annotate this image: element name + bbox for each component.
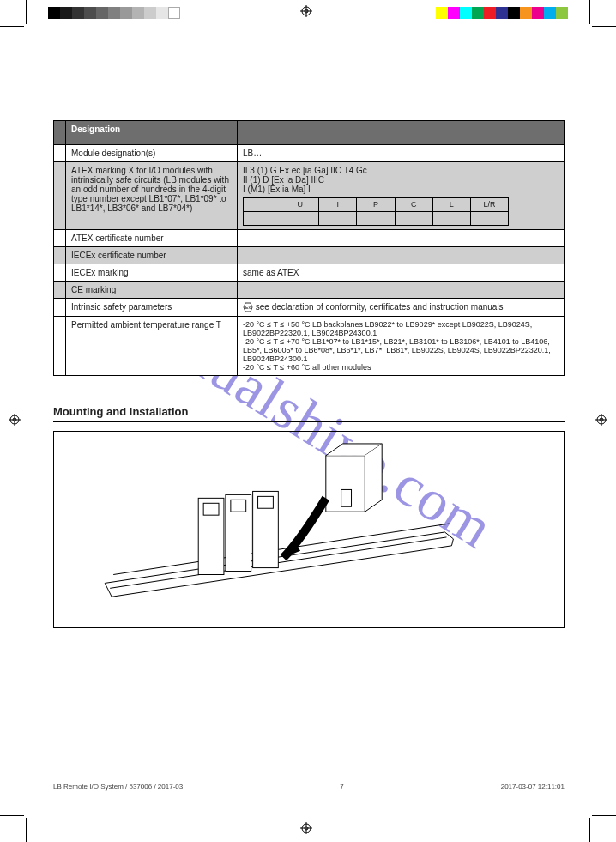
cell-stub <box>54 230 66 247</box>
spec-table: Designation Module designation(s) LB… AT… <box>53 120 565 376</box>
inner-th: L/R <box>470 198 508 212</box>
footer-left: LB Remote I/O System / 537006 / 2017-03 <box>53 783 183 791</box>
page-content: Designation Module designation(s) LB… AT… <box>53 120 565 628</box>
inner-cell <box>432 212 470 226</box>
inner-th: I <box>319 198 357 212</box>
inner-cell <box>281 212 319 226</box>
crop-mark <box>0 815 24 816</box>
cell-label: ATEX certificate number <box>66 230 238 247</box>
crop-mark <box>26 818 27 842</box>
inner-cell <box>319 212 357 226</box>
cell-label: Module designation(s) <box>66 145 238 162</box>
crop-mark <box>0 26 24 27</box>
inner-th: L <box>432 198 470 212</box>
svg-rect-20 <box>253 492 279 568</box>
footer-timestamp: 2017-03-07 12:11:01 <box>501 783 565 791</box>
mounting-figure <box>53 431 565 628</box>
svg-rect-19 <box>226 495 251 572</box>
cell-label: CE marking <box>66 282 238 299</box>
inner-cell <box>244 212 281 226</box>
cell-label: IECEx certificate number <box>66 247 238 264</box>
cell-label: ATEX marking X for I/O modules with intr… <box>66 162 238 230</box>
svg-rect-18 <box>198 499 224 575</box>
table-row: IECEx marking same as ATEX <box>54 264 565 282</box>
cell-stub <box>54 282 66 299</box>
cell-value: II 3 (1) G Ex ec [ia Ga] IIC T4 Gc II (1… <box>238 162 565 230</box>
table-row: Permitted ambient temperature range T -2… <box>54 317 565 376</box>
th-value <box>238 121 565 145</box>
page-number: 7 <box>340 783 343 791</box>
marking-text: II 3 (1) G Ex ec [ia Ga] IIC T4 Gc II (1… <box>243 166 559 194</box>
registration-mark-bottom <box>300 822 312 834</box>
table-row: CE marking <box>54 282 565 299</box>
cell-value <box>238 247 565 264</box>
inner-th: P <box>357 198 395 212</box>
section-title: Mounting and installation <box>53 405 565 422</box>
grayscale-bar <box>48 7 180 19</box>
inner-cell <box>395 212 432 226</box>
cell-label: Intrinsic safety parameters <box>66 299 238 317</box>
crop-mark <box>589 0 590 24</box>
cell-stub <box>54 162 66 230</box>
crop-mark <box>26 0 27 24</box>
ex-hexagon-icon: Ex <box>243 302 253 312</box>
table-row: Module designation(s) LB… <box>54 145 565 162</box>
registration-mark-right <box>595 414 607 426</box>
cell-value: -20 °C ≤ T ≤ +50 °C LB backplanes LB9022… <box>238 317 565 376</box>
cell-stub <box>54 317 66 376</box>
svg-rect-24 <box>326 456 365 512</box>
cell-label: IECEx marking <box>66 264 238 282</box>
inner-cell <box>470 212 508 226</box>
cell-value <box>238 282 565 299</box>
page-footer: LB Remote I/O System / 537006 / 2017-03 … <box>53 783 565 791</box>
table-row: ATEX certificate number <box>54 230 565 247</box>
inner-cell <box>357 212 395 226</box>
cell-value: LB… <box>238 145 565 162</box>
inner-th <box>244 198 281 212</box>
th-designation: Designation <box>66 121 238 145</box>
table-row: IECEx certificate number <box>54 247 565 264</box>
crop-mark <box>592 26 616 27</box>
intrinsic-safety-text: see declaration of conformity, certifica… <box>256 302 504 312</box>
cell-value: Ex see declaration of conformity, certif… <box>238 299 565 317</box>
svg-text:Ex: Ex <box>245 305 251 310</box>
inner-params-table: U I P C L L/R <box>243 197 509 226</box>
din-rail-illustration-icon <box>61 439 557 621</box>
cell-stub <box>54 299 66 317</box>
inner-th: C <box>395 198 432 212</box>
table-row: ATEX marking X for I/O modules with intr… <box>54 162 565 230</box>
inner-th: U <box>281 198 319 212</box>
cell-value: same as ATEX <box>238 264 565 282</box>
crop-mark <box>592 815 616 816</box>
th-stub <box>54 121 66 145</box>
registration-mark-left <box>9 414 21 426</box>
crop-mark <box>589 818 590 842</box>
color-bar <box>436 7 568 19</box>
registration-mark-top <box>300 5 312 17</box>
cell-stub <box>54 247 66 264</box>
cell-value <box>238 230 565 247</box>
table-row: Intrinsic safety parameters Ex see decla… <box>54 299 565 317</box>
cell-label: Permitted ambient temperature range T <box>66 317 238 376</box>
cell-stub <box>54 145 66 162</box>
cell-stub <box>54 264 66 282</box>
